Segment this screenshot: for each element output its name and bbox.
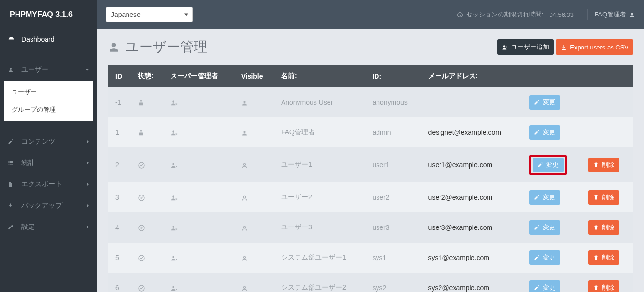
page-title-text: ユーザー管理	[125, 38, 207, 56]
sidebar-item-stats[interactable]: 統計	[0, 152, 97, 174]
svg-point-29	[139, 285, 144, 291]
cell-super	[165, 147, 236, 182]
sidebar-label: Dashboard	[21, 35, 89, 43]
svg-point-20	[139, 195, 144, 201]
lock-icon	[138, 99, 144, 106]
add-user-label: ユーザー追加	[511, 43, 549, 51]
user-icon	[8, 67, 16, 73]
svg-rect-14	[139, 133, 143, 136]
sidebar-item-dashboard[interactable]: Dashboard	[0, 29, 97, 49]
delete-button[interactable]: 削除	[588, 280, 619, 292]
add-user-button[interactable]: ユーザー追加	[497, 39, 554, 55]
col-id: ID	[108, 65, 132, 87]
cell-visible	[236, 147, 275, 182]
edit-button[interactable]: 変更	[529, 95, 560, 110]
download-icon	[561, 44, 567, 50]
user-icon	[629, 12, 635, 18]
cell-status	[132, 273, 165, 292]
edit-button[interactable]: 変更	[533, 158, 564, 172]
edit-button[interactable]: 変更	[529, 220, 560, 235]
col-status: 状態:	[132, 65, 165, 87]
svg-rect-5	[9, 164, 10, 165]
sidebar-item-export[interactable]: エクスポート	[0, 174, 97, 195]
svg-point-30	[172, 286, 174, 288]
edit-label: 変更	[543, 253, 555, 262]
edit-button[interactable]: 変更	[529, 250, 560, 265]
svg-rect-3	[9, 162, 10, 163]
cell-name: Anonymous User	[275, 87, 367, 117]
sidebar-sub-groups[interactable]: グループの管理	[4, 101, 93, 118]
delete-button[interactable]: 削除	[588, 250, 619, 265]
cell-delete: 削除	[582, 212, 633, 243]
svg-point-31	[243, 286, 245, 288]
sidebar-item-user[interactable]: ユーザー	[0, 59, 97, 81]
brand-title: PHPMYFAQ 3.1.6	[0, 0, 97, 29]
svg-point-26	[139, 255, 144, 261]
edit-button[interactable]: 変更	[529, 190, 560, 205]
svg-point-15	[172, 130, 174, 133]
edit-button[interactable]: 変更	[529, 280, 560, 292]
session-label: セッションの期限切れ時間:	[466, 10, 544, 19]
user-times-icon	[171, 99, 178, 106]
chevron-right-icon	[86, 161, 89, 165]
sidebar-label: コンテンツ	[21, 137, 86, 146]
dashboard-icon	[8, 36, 16, 43]
cell-name: システム部ユーザー1	[275, 243, 367, 273]
cell-edit: 変更	[523, 117, 582, 147]
svg-rect-1	[9, 161, 10, 162]
cell-id: 1	[108, 117, 132, 147]
svg-point-8	[631, 13, 633, 15]
delete-button[interactable]: 削除	[588, 220, 619, 235]
user-times-icon	[171, 162, 178, 169]
check-circle-icon	[138, 284, 145, 292]
cell-login: user3	[366, 212, 422, 243]
admin-menu[interactable]: FAQ管理者	[595, 10, 635, 19]
edit-label: 変更	[543, 283, 555, 292]
user-times-icon	[171, 255, 178, 261]
edit-button[interactable]: 変更	[529, 125, 560, 140]
svg-point-19	[243, 163, 245, 165]
sidebar-sub-users[interactable]: ユーザー	[4, 83, 93, 101]
sidebar-item-contents[interactable]: コンテンツ	[0, 131, 97, 152]
cell-login: user2	[366, 182, 422, 212]
sidebar-label: 統計	[21, 159, 86, 167]
check-circle-icon	[138, 224, 145, 232]
chevron-right-icon	[86, 225, 89, 229]
language-select[interactable]: Japanese	[106, 7, 193, 22]
user-icon	[241, 225, 248, 231]
svg-point-24	[172, 226, 174, 228]
cell-name: FAQ管理者	[275, 117, 367, 147]
cell-edit: 変更	[523, 212, 582, 243]
check-circle-icon	[138, 254, 145, 262]
sidebar-label: ユーザー	[21, 65, 85, 74]
cell-login: anonymous	[366, 87, 422, 117]
svg-point-16	[243, 131, 245, 133]
svg-point-17	[139, 162, 144, 168]
table-row: 3ユーザー2user2user2@example.com変更削除	[108, 182, 633, 212]
pencil-icon	[534, 195, 540, 200]
export-csv-label: Export users as CSV	[570, 44, 628, 51]
col-actions2	[582, 65, 633, 87]
user-icon	[241, 162, 248, 169]
cell-name: ユーザー2	[275, 182, 367, 212]
table-row: -1Anonymous Useranonymous変更	[108, 87, 633, 117]
svg-point-12	[172, 100, 174, 103]
user-icon	[241, 130, 248, 136]
session-timer: セッションの期限切れ時間: 04:56:33	[457, 10, 574, 19]
cell-delete: 削除	[582, 273, 633, 292]
cell-visible	[236, 243, 275, 273]
svg-point-27	[172, 256, 174, 258]
sidebar-label: バックアップ	[21, 201, 86, 210]
check-circle-icon	[138, 194, 145, 202]
pencil-icon	[534, 285, 540, 291]
sidebar-item-settings[interactable]: 設定	[0, 216, 97, 238]
sidebar-item-backup[interactable]: バックアップ	[0, 195, 97, 216]
cell-status	[132, 243, 165, 273]
sidebar-submenu-user: ユーザー グループの管理	[4, 81, 93, 121]
delete-button[interactable]: 削除	[588, 190, 619, 205]
export-csv-button[interactable]: Export users as CSV	[556, 39, 633, 55]
cell-email: sys2@example.com	[423, 273, 523, 292]
delete-button[interactable]: 削除	[588, 158, 619, 172]
cell-login: admin	[366, 117, 422, 147]
sidebar-label: エクスポート	[21, 180, 86, 189]
